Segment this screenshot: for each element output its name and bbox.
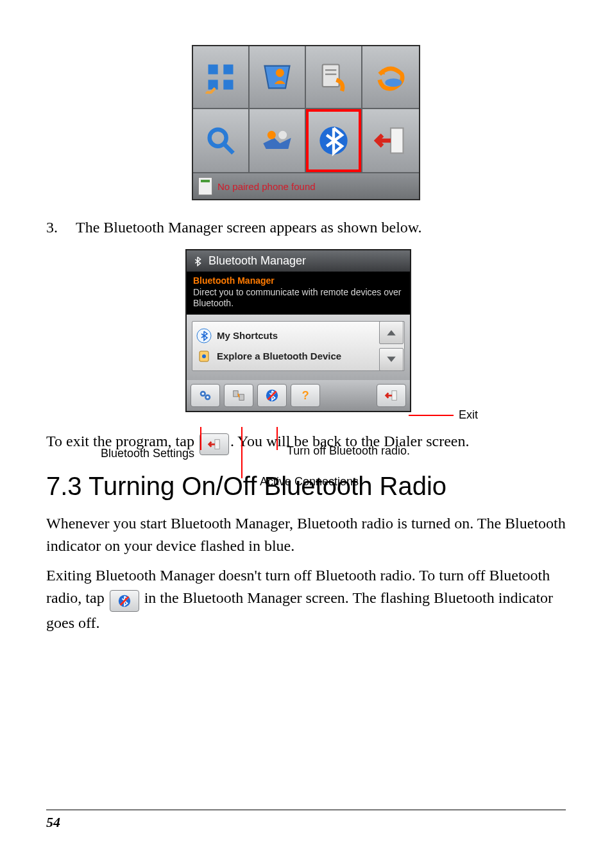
call-log-icon	[306, 46, 362, 109]
svg-point-5	[276, 69, 284, 77]
connections-icon	[230, 388, 247, 403]
svg-rect-0	[208, 65, 218, 74]
page-number: 54	[46, 814, 60, 830]
explore-device-icon	[196, 349, 212, 364]
toolbar: ?	[187, 380, 410, 411]
list-item-label: Explore a Bluetooth Device	[217, 351, 341, 361]
window-title: Bluetooth Manager	[208, 254, 306, 268]
svg-rect-1	[223, 65, 233, 74]
contacts-icon	[250, 46, 306, 109]
bluetooth-settings-button[interactable]	[191, 384, 220, 407]
help-icon: ?	[297, 388, 314, 403]
svg-rect-23	[234, 391, 238, 397]
chevron-up-icon	[386, 328, 397, 337]
svg-point-12	[268, 131, 276, 139]
section-p1: Whenever you start Bluetooth Manager, Bl…	[46, 512, 566, 557]
page-footer: 54	[46, 810, 566, 831]
active-connections-button[interactable]	[224, 384, 253, 407]
step-3-text: The Bluetooth Manager screen appears as …	[76, 217, 422, 238]
bluetooth-radio-button[interactable]	[257, 384, 287, 407]
step-3-number: 3.	[46, 217, 76, 238]
dialer-keypad-icon	[193, 46, 250, 109]
shortcuts-panel: My Shortcuts Explore a Bluetooth Device	[192, 321, 405, 371]
back-icon	[383, 388, 400, 403]
bluetooth-shortcut-icon	[196, 328, 212, 343]
description-text: Direct you to communicate with remote de…	[193, 287, 404, 309]
svg-rect-15	[391, 128, 404, 153]
bluetooth-title-icon	[192, 256, 203, 267]
svg-point-18	[202, 354, 206, 358]
scroll-up-button[interactable]	[379, 321, 404, 344]
bluetooth-manager-screenshot: Bluetooth Manager Bluetooth Manager Dire…	[185, 249, 411, 412]
svg-point-13	[278, 131, 287, 139]
phone-status-icon	[198, 177, 212, 195]
list-item[interactable]: Explore a Bluetooth Device	[196, 346, 400, 367]
bluetooth-off-icon	[116, 594, 133, 608]
step-3: 3. The Bluetooth Manager screen appears …	[46, 217, 566, 238]
description-panel: Bluetooth Manager Direct you to communic…	[187, 272, 410, 315]
svg-rect-6	[323, 65, 339, 87]
gear-pair-icon	[197, 388, 214, 403]
status-bar: No paired phone found	[193, 172, 419, 199]
bluetooth-icon	[306, 109, 362, 172]
window-title-bar: Bluetooth Manager	[187, 250, 410, 272]
exit-button[interactable]	[377, 384, 406, 407]
help-button[interactable]: ?	[291, 384, 320, 407]
section-p2: Exiting Bluetooth Manager doesn't turn o…	[46, 564, 566, 634]
exit-icon	[362, 109, 419, 172]
handshake-icon	[250, 109, 306, 172]
bluetooth-off-icon	[264, 388, 280, 403]
chevron-down-icon	[386, 355, 397, 364]
callout-exit: Exit	[459, 408, 478, 422]
redial-icon	[362, 46, 419, 109]
svg-rect-29	[215, 440, 219, 449]
description-heading: Bluetooth Manager	[193, 275, 404, 287]
callout-connections: Active Connections	[260, 475, 359, 489]
inline-bluetooth-off-button	[110, 590, 139, 612]
callout-radio-off: Turn off Bluetooth radio.	[287, 444, 410, 458]
search-icon	[193, 109, 250, 172]
list-item[interactable]: My Shortcuts	[196, 326, 400, 346]
svg-point-21	[202, 392, 205, 395]
svg-text:?: ?	[302, 388, 309, 402]
list-item-label: My Shortcuts	[217, 330, 278, 341]
callout-settings: Bluetooth Settings	[101, 447, 194, 460]
svg-rect-28	[392, 391, 396, 401]
svg-rect-24	[239, 394, 244, 400]
svg-rect-3	[223, 80, 233, 89]
dialer-grid-screenshot: No paired phone found	[192, 45, 420, 200]
scroll-down-button[interactable]	[379, 348, 404, 371]
svg-line-11	[223, 143, 233, 153]
status-text: No paired phone found	[217, 181, 316, 192]
inline-back-button	[200, 433, 229, 455]
back-icon	[206, 437, 223, 451]
svg-point-22	[207, 396, 209, 399]
svg-rect-2	[208, 80, 218, 89]
svg-point-9	[385, 78, 402, 87]
